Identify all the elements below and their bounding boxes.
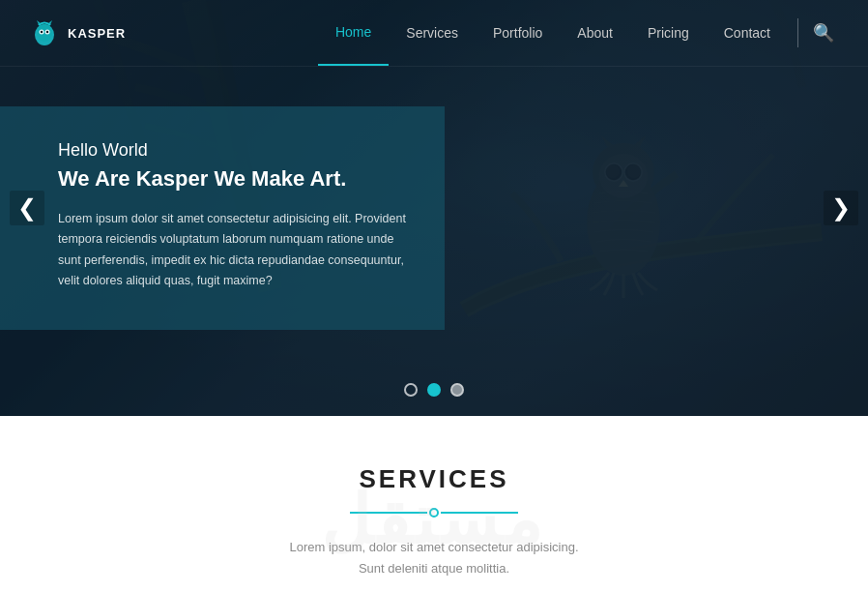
dot-1[interactable]	[404, 383, 418, 397]
next-arrow[interactable]: ❯	[824, 191, 858, 225]
nav-contact[interactable]: Contact	[707, 0, 788, 66]
nav-portfolio[interactable]: Portfolio	[476, 0, 560, 66]
svg-point-15	[37, 24, 52, 42]
services-section: SERVICES مستقل Lorem ipsum, dolor sit am…	[0, 416, 868, 592]
svg-point-19	[46, 31, 48, 33]
search-icon[interactable]: 🔍	[808, 22, 839, 44]
hero-description: Lorem ipsum dolor sit amet consectetur a…	[58, 209, 406, 291]
nav-pricing[interactable]: Pricing	[630, 0, 707, 66]
services-title: SERVICES	[39, 464, 829, 494]
services-desc-1: Lorem ipsum, dolor sit amet consectetur …	[39, 537, 829, 558]
brand-name: KASPER	[68, 26, 126, 41]
services-desc-2: Sunt deleniti atque molittia.	[39, 558, 829, 579]
svg-point-18	[41, 31, 43, 33]
nav-services[interactable]: Services	[389, 0, 476, 66]
divider-line-left	[350, 512, 427, 514]
nav-divider	[797, 18, 798, 47]
dot-2[interactable]	[427, 383, 441, 397]
hero-subtitle: Hello World	[58, 140, 406, 161]
brand[interactable]: KASPER	[29, 17, 126, 48]
hero-content-box: Hello World We Are Kasper We Make Art. L…	[0, 106, 445, 330]
nav-menu: Home Services Portfolio About Pricing Co…	[318, 0, 839, 66]
prev-arrow[interactable]: ❮	[10, 191, 44, 225]
hero-title: We Are Kasper We Make Art.	[58, 166, 406, 192]
dot-3[interactable]	[450, 383, 464, 397]
nav-about[interactable]: About	[560, 0, 630, 66]
divider-circle	[429, 508, 439, 518]
divider-line-right	[441, 512, 518, 514]
services-divider	[39, 508, 829, 518]
hero-section: KASPER Home Services Portfolio About Pri…	[0, 0, 868, 416]
brand-icon	[29, 17, 60, 48]
nav-home[interactable]: Home	[318, 0, 389, 66]
navbar: KASPER Home Services Portfolio About Pri…	[0, 0, 868, 66]
slider-dots	[404, 383, 464, 397]
